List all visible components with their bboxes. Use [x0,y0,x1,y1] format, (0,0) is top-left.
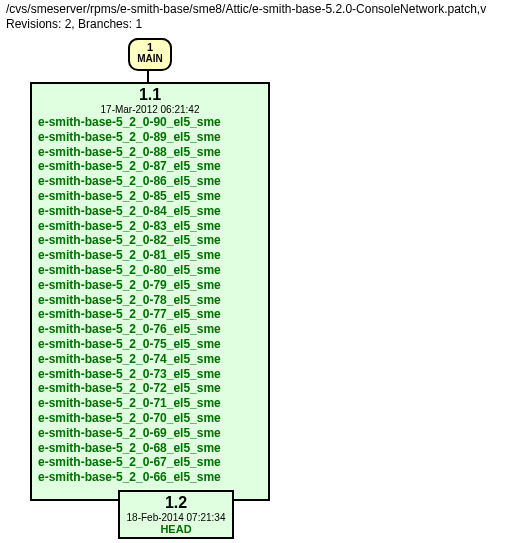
tag-item: e-smith-base-5_2_0-81_el5_sme [38,248,262,263]
tag-item: e-smith-base-5_2_0-75_el5_sme [38,337,262,352]
tag-item: e-smith-base-5_2_0-70_el5_sme [38,411,262,426]
tag-item: e-smith-base-5_2_0-89_el5_sme [38,130,262,145]
repo-path: /cvs/smeserver/rpms/e-smith-base/sme8/At… [6,2,486,16]
tag-item: e-smith-base-5_2_0-66_el5_sme [38,470,262,485]
tag-item: e-smith-base-5_2_0-90_el5_sme [38,115,262,130]
tag-item: e-smith-base-5_2_0-80_el5_sme [38,263,262,278]
tag-item: e-smith-base-5_2_0-84_el5_sme [38,204,262,219]
head-label: HEAD [122,523,230,535]
revision-number: 1.1 [38,86,262,104]
tag-item: e-smith-base-5_2_0-74_el5_sme [38,352,262,367]
tag-list: e-smith-base-5_2_0-90_el5_smee-smith-bas… [38,115,262,485]
tag-item: e-smith-base-5_2_0-67_el5_sme [38,455,262,470]
tag-item: e-smith-base-5_2_0-83_el5_sme [38,219,262,234]
branch-number: 1 [130,41,170,53]
tag-item: e-smith-base-5_2_0-76_el5_sme [38,322,262,337]
tag-item: e-smith-base-5_2_0-69_el5_sme [38,426,262,441]
graph-canvas: /cvs/smeserver/rpms/e-smith-base/sme8/At… [0,0,530,543]
revision-date: 18-Feb-2014 07:21:34 [122,512,230,523]
tag-item: e-smith-base-5_2_0-71_el5_sme [38,396,262,411]
revision-node-1-2[interactable]: 1.2 18-Feb-2014 07:21:34 HEAD [118,490,234,539]
branch-name: MAIN [130,53,170,65]
revisions-summary: Revisions: 2, Branches: 1 [6,17,142,31]
tag-item: e-smith-base-5_2_0-73_el5_sme [38,367,262,382]
tag-item: e-smith-base-5_2_0-79_el5_sme [38,278,262,293]
branch-node-main[interactable]: 1 MAIN [128,38,172,71]
tag-item: e-smith-base-5_2_0-72_el5_sme [38,381,262,396]
revision-node-1-1[interactable]: 1.1 17-Mar-2012 06:21:42 e-smith-base-5_… [30,82,270,501]
tag-item: e-smith-base-5_2_0-85_el5_sme [38,189,262,204]
tag-item: e-smith-base-5_2_0-68_el5_sme [38,441,262,456]
tag-item: e-smith-base-5_2_0-87_el5_sme [38,159,262,174]
tag-item: e-smith-base-5_2_0-88_el5_sme [38,145,262,160]
tag-item: e-smith-base-5_2_0-77_el5_sme [38,307,262,322]
revision-date: 17-Mar-2012 06:21:42 [38,104,262,115]
revision-number: 1.2 [122,494,230,512]
tag-item: e-smith-base-5_2_0-78_el5_sme [38,293,262,308]
tag-item: e-smith-base-5_2_0-86_el5_sme [38,174,262,189]
tag-item: e-smith-base-5_2_0-82_el5_sme [38,233,262,248]
